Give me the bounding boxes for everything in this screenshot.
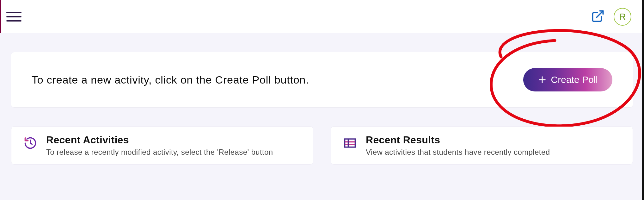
svg-rect-2 [345,139,355,147]
top-header-bar: R [0,0,644,33]
create-poll-button-label: Create Poll [551,74,598,85]
dashboard-cards-row: Recent Activities To release a recently … [11,126,633,165]
recent-results-card[interactable]: Recent Results View activities that stud… [331,126,633,165]
hamburger-menu-button[interactable] [4,7,23,26]
recent-activities-card[interactable]: Recent Activities To release a recently … [11,126,313,165]
recent-results-text: Recent Results View activities that stud… [366,134,550,157]
recent-activities-title: Recent Activities [46,134,273,146]
create-poll-button[interactable]: Create Poll [523,68,612,91]
recent-activities-description: To release a recently modified activity,… [46,148,273,157]
window-edge-strip [642,0,644,200]
create-activity-banner: To create a new activity, click on the C… [11,52,633,107]
banner-prompt-text: To create a new activity, click on the C… [32,74,309,86]
user-avatar[interactable]: R [614,8,631,26]
recent-results-title: Recent Results [366,134,550,146]
recent-results-description: View activities that students have recen… [366,148,550,157]
plus-icon [538,75,547,84]
external-link-icon[interactable] [591,9,605,24]
table-icon [343,136,357,150]
avatar-initial: R [619,11,626,22]
main-content: To create a new activity, click on the C… [0,33,644,200]
top-right-actions: R [591,8,631,26]
clock-history-icon [23,136,37,150]
recent-activities-text: Recent Activities To release a recently … [46,134,273,157]
